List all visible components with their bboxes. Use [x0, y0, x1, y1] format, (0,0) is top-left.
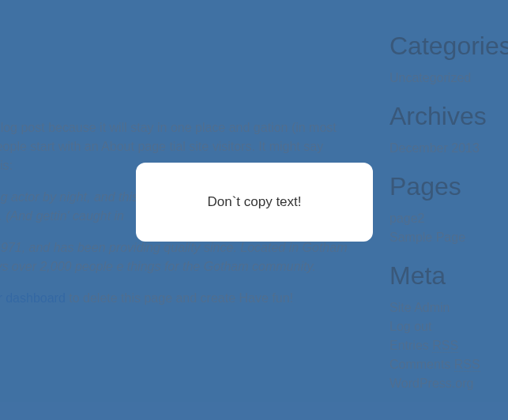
modal-text: Don`t copy text! [207, 194, 301, 210]
copy-warning-modal: Don`t copy text! [136, 163, 373, 242]
